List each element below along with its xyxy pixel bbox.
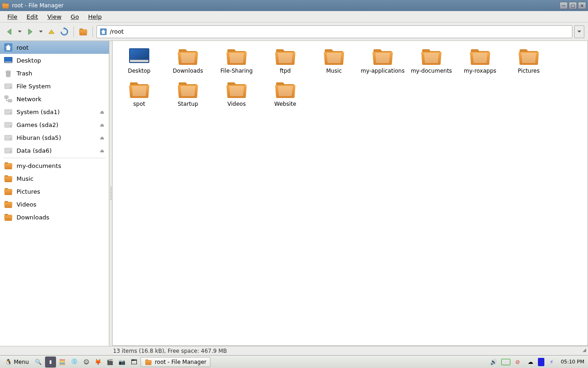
file-item-ftpd[interactable]: ftpd (268, 46, 303, 74)
resize-grip[interactable]: ◢ (582, 347, 586, 352)
back-history-dropdown[interactable] (17, 26, 23, 37)
folder-icon (274, 46, 296, 66)
content-pane[interactable]: DesktopDownloadsFile-SharingftpdMusicmy-… (112, 41, 588, 346)
tray-blocked-icon[interactable]: ⊘ (512, 356, 523, 368)
sidebar-item-label: Games (sda2) (17, 121, 58, 128)
file-label: Startup (178, 101, 198, 107)
toolbar-separator (74, 26, 74, 37)
sidebar-shortcut-downloads[interactable]: Downloads (0, 211, 109, 224)
taskbar: 🐧 Menu 🔍 ▮ 🧮 Ⓢ 😊 🦊 🎬 📷 🗔 root - File Man… (0, 355, 588, 368)
eject-icon[interactable]: ⏏ (100, 148, 104, 153)
folder-icon (128, 80, 150, 99)
close-button[interactable]: ✕ (578, 2, 586, 9)
file-label: spot (133, 101, 145, 107)
forward-button[interactable] (25, 26, 36, 37)
sidebar-item-trash[interactable]: Trash (0, 67, 109, 80)
launcher-firefox-icon[interactable]: 🦊 (93, 356, 104, 368)
file-item-mydocs[interactable]: my-documents (414, 46, 449, 74)
toolbar: /root (0, 23, 588, 41)
folder-icon (4, 187, 13, 196)
menu-go[interactable]: Go (67, 12, 83, 21)
location-bar[interactable]: /root (96, 25, 572, 38)
up-button[interactable] (46, 26, 57, 37)
eject-icon[interactable]: ⏏ (100, 135, 104, 140)
start-menu-button[interactable]: 🐧 Menu (2, 356, 32, 368)
sidebar-item-hiburan[interactable]: Hiburan (sda5)⏏ (0, 131, 109, 144)
window-title: root - File Manager (12, 2, 560, 9)
sidebar-item-system[interactable]: System (sda1)⏏ (0, 105, 109, 118)
file-item-startup[interactable]: Startup (170, 80, 205, 107)
launcher-camera-icon[interactable]: 📷 (117, 356, 128, 368)
launcher-video-icon[interactable]: 🎬 (105, 356, 116, 368)
taskbar-task-filemanager[interactable]: root - File Manager (141, 357, 211, 367)
refresh-button[interactable] (59, 26, 70, 37)
back-button[interactable] (4, 26, 15, 37)
launcher-smiley-icon[interactable]: 😊 (81, 356, 92, 368)
file-item-filesharing[interactable]: File-Sharing (219, 46, 254, 74)
sidebar-shortcut-pictures[interactable]: Pictures (0, 185, 109, 198)
tray-battery-icon[interactable] (501, 359, 510, 365)
file-item-myapps[interactable]: my-applications (365, 46, 400, 74)
location-icon (100, 28, 107, 35)
home-button[interactable] (78, 26, 89, 37)
disk-icon (4, 120, 13, 129)
start-menu-label: Menu (14, 359, 29, 365)
tray-volume-icon[interactable]: 🔊 (488, 356, 499, 368)
folder-icon (323, 46, 345, 66)
eject-icon[interactable]: ⏏ (100, 122, 104, 127)
forward-history-dropdown[interactable] (38, 26, 44, 37)
launcher-terminal-icon[interactable]: ▮ (45, 356, 56, 368)
window-icon (2, 2, 9, 9)
minimize-button[interactable]: ─ (560, 2, 568, 9)
file-item-downloads[interactable]: Downloads (170, 46, 205, 74)
tray-power-icon[interactable]: ⚡ (546, 356, 557, 368)
launcher-skype-icon[interactable]: Ⓢ (69, 356, 80, 368)
tray-disk-icon[interactable] (538, 358, 544, 366)
sidebar: rootDesktopTrashFile SystemNetworkSystem… (0, 41, 109, 346)
sidebar-item-root[interactable]: root (0, 41, 109, 54)
menu-help[interactable]: Help (85, 12, 106, 21)
folder-icon (4, 161, 13, 170)
sidebar-item-filesystem[interactable]: File System (0, 80, 109, 92)
file-item-videos[interactable]: Videos (219, 80, 254, 107)
file-label: ftpd (280, 68, 291, 74)
file-item-roxapps[interactable]: my-roxapps (463, 46, 498, 74)
file-item-spot[interactable]: spot (122, 80, 157, 107)
folder-icon (274, 80, 296, 99)
sidebar-item-label: Network (17, 96, 41, 103)
folder-icon (177, 80, 199, 99)
folder-icon (4, 213, 13, 222)
sidebar-item-network[interactable]: Network (0, 92, 109, 105)
menu-edit[interactable]: Edit (23, 12, 42, 21)
file-item-website[interactable]: Website (268, 80, 303, 107)
sidebar-item-games[interactable]: Games (sda2)⏏ (0, 118, 109, 131)
show-desktop-icon[interactable]: 🗔 (129, 356, 140, 368)
sidebar-item-label: Desktop (17, 57, 41, 64)
trash-icon (4, 69, 13, 78)
sidebar-item-label: Data (sda6) (17, 147, 52, 154)
sidebar-shortcut-mydocs[interactable]: my-documents (0, 159, 109, 172)
file-item-desktop[interactable]: Desktop (122, 46, 157, 74)
launcher-search-icon[interactable]: 🔍 (33, 356, 44, 368)
location-dropdown[interactable] (574, 25, 584, 38)
sidebar-item-label: root (17, 44, 28, 51)
launcher-calculator-icon[interactable]: 🧮 (57, 356, 68, 368)
file-item-pictures[interactable]: Pictures (511, 46, 546, 74)
menubar: File Edit View Go Help (0, 11, 588, 23)
file-label: Desktop (128, 68, 151, 74)
maximize-button[interactable]: ▢ (569, 2, 577, 9)
menu-view[interactable]: View (44, 12, 65, 21)
tray-clock[interactable]: 05:10 PM (559, 359, 586, 365)
file-item-music[interactable]: Music (317, 46, 351, 74)
network-icon (4, 94, 13, 104)
tray-network-icon[interactable]: ☁ (525, 356, 536, 368)
sidebar-shortcut-music[interactable]: Music (0, 172, 109, 185)
desktop-icon (4, 56, 13, 65)
eject-icon[interactable]: ⏏ (100, 109, 104, 115)
sidebar-item-data[interactable]: Data (sda6)⏏ (0, 144, 109, 157)
task-label: root - File Manager (155, 359, 207, 365)
tux-icon: 🐧 (5, 359, 12, 365)
sidebar-shortcut-videos[interactable]: Videos (0, 198, 109, 211)
menu-file[interactable]: File (4, 12, 21, 21)
sidebar-item-desktop[interactable]: Desktop (0, 54, 109, 67)
